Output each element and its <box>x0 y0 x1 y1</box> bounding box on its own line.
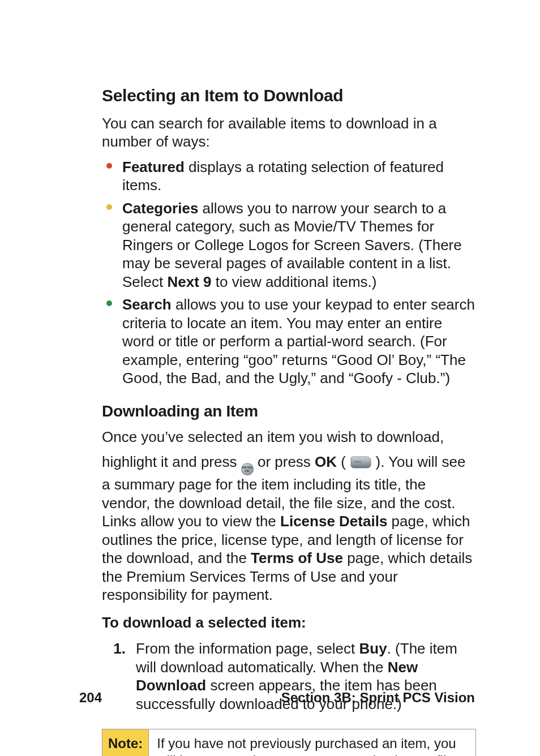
list-item: Categories allows you to narrow your sea… <box>102 199 475 291</box>
svg-point-2 <box>359 461 361 462</box>
heading-selecting: Selecting an Item to Download <box>102 85 475 106</box>
bullet-icon <box>106 204 112 210</box>
step-number: 1. <box>112 639 126 658</box>
procedure-lead: To download a selected item: <box>102 613 475 632</box>
para-download-details: highlight it and press MENUOK or press O… <box>102 453 475 604</box>
buy-label: Buy <box>359 640 387 657</box>
bullet-icon <box>106 163 112 169</box>
note-box: Note: If you have not previously purchas… <box>102 729 476 756</box>
ok-label: OK <box>315 453 337 470</box>
terms-of-use-label: Terms of Use <box>251 549 343 566</box>
note-label: Note: <box>102 729 149 756</box>
bullet-bold: Search <box>122 296 172 313</box>
bullet-text-2: to view additional items.) <box>212 273 377 290</box>
section-title: Section 3B: Sprint PCS Vision <box>281 689 475 706</box>
bullet-bold-2: Next 9 <box>168 273 212 290</box>
menu-ok-button-icon: MENUOK <box>241 463 254 475</box>
text-segment: or press <box>258 453 315 470</box>
list-item: Search allows you to use your keypad to … <box>102 295 475 388</box>
bullet-text: allows you to use your keypad to enter s… <box>122 296 475 386</box>
bullet-bold: Featured <box>122 158 185 175</box>
para-lead: Once you’ve selected an item you wish to… <box>102 428 475 446</box>
list-item: Featured displays a rotating selection o… <box>102 158 475 195</box>
intro-paragraph: You can search for available items to do… <box>102 114 475 151</box>
text-segment: From the information page, select <box>136 640 359 657</box>
license-details-label: License Details <box>280 513 387 530</box>
bullet-bold: Categories <box>122 200 198 217</box>
page-footer: 204 Section 3B: Sprint PCS Vision <box>79 689 475 706</box>
icon-label: MENUOK <box>242 466 252 472</box>
svg-point-1 <box>357 461 358 462</box>
document-page: Selecting an Item to Download You can se… <box>0 0 540 756</box>
bullet-icon <box>106 300 112 306</box>
left-softkey-icon <box>350 454 371 473</box>
heading-downloading: Downloading an Item <box>102 401 475 421</box>
text-segment: highlight it and press <box>102 453 241 470</box>
bullet-list: Featured displays a rotating selection o… <box>102 158 475 388</box>
page-number: 204 <box>79 689 102 706</box>
svg-point-0 <box>355 461 356 462</box>
text-segment: ( <box>341 453 346 470</box>
note-body: If you have not previously purchased an … <box>149 729 475 756</box>
